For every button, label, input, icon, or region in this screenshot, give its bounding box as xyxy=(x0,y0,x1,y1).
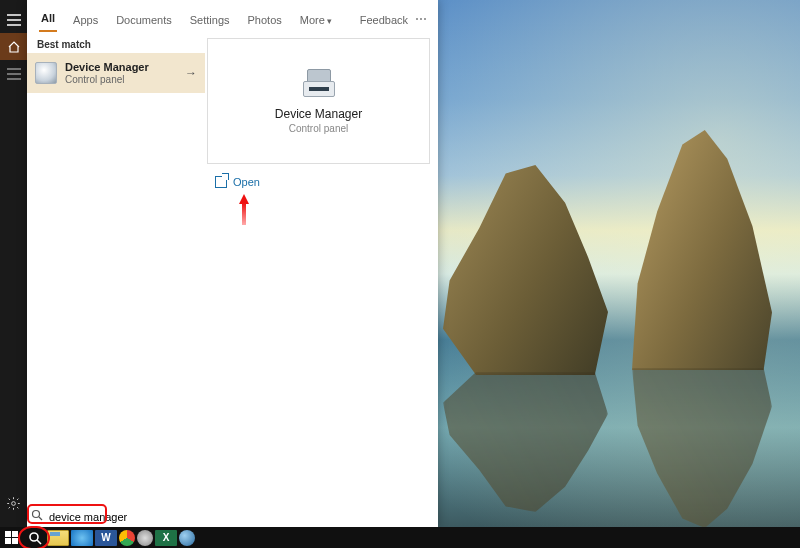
search-input[interactable] xyxy=(49,506,438,527)
action-open-label: Open xyxy=(233,176,260,188)
home-icon[interactable] xyxy=(0,33,27,60)
tab-more[interactable]: More▾ xyxy=(298,14,334,32)
chevron-down-icon: ▾ xyxy=(327,16,332,26)
detail-subtitle: Control panel xyxy=(289,123,348,134)
taskbar-file-explorer[interactable] xyxy=(47,530,69,546)
taskbar-app-blue[interactable] xyxy=(179,530,195,546)
taskbar-settings[interactable] xyxy=(137,530,153,546)
svg-point-1 xyxy=(33,511,40,518)
results-column: Best match Device Manager Control panel … xyxy=(27,32,205,527)
section-best-match: Best match xyxy=(27,36,205,53)
more-options-icon[interactable]: ⋯ xyxy=(415,12,428,26)
tab-more-label: More xyxy=(300,14,325,26)
result-title: Device Manager xyxy=(65,61,149,73)
taskbar-search-button[interactable] xyxy=(23,527,46,548)
detail-title: Device Manager xyxy=(275,107,362,121)
tab-photos[interactable]: Photos xyxy=(246,14,284,32)
start-left-rail xyxy=(0,0,27,527)
windows-logo-icon xyxy=(5,531,18,544)
feedback-link[interactable]: Feedback xyxy=(360,14,408,26)
chevron-right-icon[interactable]: → xyxy=(185,66,197,80)
hamburger-icon[interactable] xyxy=(0,6,27,33)
taskbar-browser-ie[interactable] xyxy=(71,530,93,546)
taskbar: W X xyxy=(0,527,800,548)
svg-point-0 xyxy=(12,502,16,506)
result-device-manager[interactable]: Device Manager Control panel → xyxy=(27,53,205,93)
settings-icon[interactable] xyxy=(0,490,27,517)
taskbar-word[interactable]: W xyxy=(95,530,117,546)
tab-apps[interactable]: Apps xyxy=(71,14,100,32)
detail-card: Device Manager Control panel xyxy=(207,38,430,164)
open-icon xyxy=(215,176,227,188)
tab-documents[interactable]: Documents xyxy=(114,14,174,32)
tab-settings[interactable]: Settings xyxy=(188,14,232,32)
start-button[interactable] xyxy=(0,527,23,548)
tab-all[interactable]: All xyxy=(39,12,57,32)
device-manager-icon xyxy=(35,62,57,84)
svg-point-2 xyxy=(30,533,38,541)
device-manager-large-icon xyxy=(299,69,339,99)
search-tabs: All Apps Documents Settings Photos More▾… xyxy=(27,0,438,32)
action-open[interactable]: Open xyxy=(211,172,426,192)
search-panel: All Apps Documents Settings Photos More▾… xyxy=(27,0,438,527)
search-box[interactable] xyxy=(27,506,438,527)
list-icon[interactable] xyxy=(0,60,27,87)
taskbar-excel[interactable]: X xyxy=(155,530,177,546)
result-subtitle: Control panel xyxy=(65,74,149,85)
detail-pane: Device Manager Control panel Open xyxy=(205,32,438,527)
search-icon xyxy=(31,509,49,524)
taskbar-chrome[interactable] xyxy=(119,530,135,546)
